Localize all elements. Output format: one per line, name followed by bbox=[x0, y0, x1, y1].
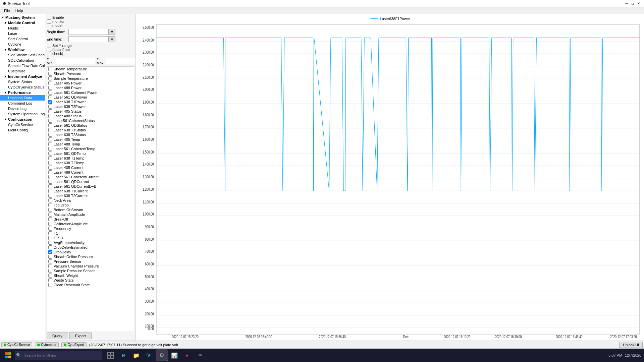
taskbar-app-edge[interactable]: e bbox=[117, 349, 129, 361]
checkbox-laser-405-temp[interactable] bbox=[48, 137, 52, 141]
taskbar-search-input[interactable] bbox=[15, 351, 102, 360]
checkbox-laser-561-qdcurrent[interactable] bbox=[48, 180, 52, 184]
checkbox-item-laser-405-status[interactable]: Laser 405 Status bbox=[47, 109, 134, 114]
checkbox-item-laser-405-current[interactable]: Laser 405 Current bbox=[47, 165, 134, 170]
checkbox-top-drop[interactable] bbox=[48, 203, 52, 207]
checkbox-laser-488-power[interactable] bbox=[48, 86, 52, 90]
checkbox-laser-405-current[interactable] bbox=[48, 166, 52, 170]
checkbox-laser-638-t1temp[interactable] bbox=[48, 156, 52, 160]
checkbox-laser561coherentstatus[interactable] bbox=[48, 119, 52, 123]
checkbox-item-clean-reservoir-state[interactable]: Clean Reservoir State bbox=[47, 283, 134, 287]
checkbox-item-laser-561-qdstatus[interactable]: Laser 561 QDStatus bbox=[47, 123, 134, 128]
checkbox-laser-638-t2current[interactable] bbox=[48, 194, 52, 198]
checkbox-laser-405-status[interactable] bbox=[48, 109, 52, 113]
checkbox-sheath-pressure[interactable] bbox=[48, 72, 52, 76]
sidebar-item-fluidic[interactable]: Fluidic bbox=[0, 25, 45, 31]
y-min-input[interactable]: NaN bbox=[55, 58, 95, 64]
checkbox-item-pressure-sensor[interactable]: Pressure Sensor bbox=[47, 259, 134, 264]
checkbox-dropdelay[interactable] bbox=[48, 250, 52, 254]
checkbox-item-laser-561-coherentcurrent[interactable]: Laser 561 CoherentCurrent bbox=[47, 175, 134, 179]
sidebar-item-sol-calibration[interactable]: SOL Calibration bbox=[0, 58, 45, 63]
checkbox-laser-561-coherenttemp[interactable] bbox=[48, 147, 52, 151]
checkbox-item-sheath-temperature[interactable]: Sheath Temperature bbox=[47, 67, 134, 71]
checkbox-laser-638-t2temp[interactable] bbox=[48, 161, 52, 165]
checkbox-item-laser-405-temp[interactable]: Laser 405 Temp bbox=[47, 137, 134, 142]
enable-monitor-checkbox[interactable] bbox=[47, 19, 51, 24]
checkbox-t1sd[interactable] bbox=[48, 236, 52, 240]
unlock-ui-button[interactable]: Unlock UI bbox=[619, 342, 643, 348]
sidebar-item-customize[interactable]: Customize bbox=[0, 68, 45, 74]
sidebar-item-configuration[interactable]: ▼Configuration bbox=[0, 117, 45, 122]
checkbox-laser-561-qdcurrentdfb[interactable] bbox=[48, 184, 52, 188]
checkbox-item-sheath-online-pressure[interactable]: Sheath Online Pressure bbox=[47, 254, 134, 259]
status-cytoexpert[interactable]: CytoExpert bbox=[61, 342, 86, 347]
checkbox-item-avgstreamvelocity[interactable]: AvgStreamVelocity bbox=[47, 240, 134, 245]
checkbox-laser-488-temp[interactable] bbox=[48, 142, 52, 146]
checkbox-item-calibrationamplitude[interactable]: CalibrationAmplitude bbox=[47, 222, 134, 226]
checkbox-item-laser-561-qdcurrent[interactable]: Laser 561 QDCurrent bbox=[47, 179, 134, 184]
checkbox-item-laser-638-t1power[interactable]: Laser 638 T1Power bbox=[47, 100, 134, 104]
sidebar-item-sort-control[interactable]: Sort Control bbox=[0, 36, 45, 42]
taskbar-app-6[interactable]: ■ bbox=[181, 349, 193, 361]
checkbox-item-laser-638-t1temp[interactable]: Laser 638 T1Temp bbox=[47, 156, 134, 161]
checkbox-breakoff[interactable] bbox=[48, 217, 52, 221]
sidebar-item-mustang-system[interactable]: ▼Mustang System bbox=[0, 15, 45, 20]
checkbox-laser-561-qdstatus[interactable] bbox=[48, 123, 52, 127]
menu-file[interactable]: File bbox=[1, 8, 13, 13]
checkbox-sheath-temperature[interactable] bbox=[48, 67, 52, 71]
checkbox-bottom-of-stream[interactable] bbox=[48, 208, 52, 212]
sidebar-item-laser[interactable]: Laser bbox=[0, 31, 45, 36]
end-time-calendar-button[interactable]: ▼ bbox=[109, 36, 115, 42]
checkbox-item-laser-638-t2current[interactable]: Laser 638 T2Current bbox=[47, 193, 134, 198]
start-button[interactable] bbox=[3, 350, 13, 361]
checkbox-item-laser-561-coherenttemp[interactable]: Laser 561 CoherentTemp bbox=[47, 146, 134, 151]
maximize-button[interactable]: □ bbox=[630, 1, 635, 6]
checkbox-item-laser-561-qdpower[interactable]: Laser 561 QDPower bbox=[47, 95, 134, 100]
checkbox-laser-405-power[interactable] bbox=[48, 81, 52, 85]
checkbox-item-laser-638-t2status[interactable]: Laser 638 T2Status bbox=[47, 132, 134, 137]
checkbox-item-laser-561-qdtemp[interactable]: Laser 561 QDTemp bbox=[47, 151, 134, 156]
checkbox-laser-561-qdtemp[interactable] bbox=[48, 152, 52, 156]
taskbar-app-7[interactable]: ✉ bbox=[194, 349, 206, 361]
checkbox-sample-pressure-sensor[interactable] bbox=[48, 269, 52, 273]
checkbox-item-sheath-pressure[interactable]: Sheath Pressure bbox=[47, 71, 134, 76]
checkbox-item-laser-405-power[interactable]: Laser 405 Power bbox=[47, 81, 134, 85]
checkbox-item-top-drop[interactable]: Top Drop bbox=[47, 203, 134, 207]
checkbox-item-breakoff[interactable]: BreakOff bbox=[47, 217, 134, 222]
checkbox-item-laser-488-temp[interactable]: Laser 488 Temp bbox=[47, 142, 134, 146]
sidebar-item-performance[interactable]: ▼Performance bbox=[0, 90, 45, 95]
begin-time-input[interactable]: 2020/12/07 17:07:05 bbox=[68, 29, 109, 35]
checkbox-item-t1sd[interactable]: T1SD bbox=[47, 236, 134, 240]
checkbox-item-t1[interactable]: T1 bbox=[47, 231, 134, 236]
checkbox-item-laser-488-status[interactable]: Laser 488 Status bbox=[47, 114, 134, 118]
checkbox-laser-638-t1power[interactable] bbox=[48, 100, 52, 104]
sidebar-item-cytoctrservice-status[interactable]: CytoCtrService Status bbox=[0, 84, 45, 90]
checkbox-item-laser-488-power[interactable]: Laser 488 Power bbox=[47, 85, 134, 90]
checkbox-item-dropdelayestimated[interactable]: DropDelayEstimated bbox=[47, 245, 134, 250]
menu-help[interactable]: Help bbox=[13, 8, 26, 13]
checkbox-item-laser-638-t1status[interactable]: Laser 638 T1Status bbox=[47, 128, 134, 132]
taskbar-app-store[interactable]: 🛍 bbox=[143, 349, 155, 361]
close-button[interactable]: ✕ bbox=[636, 1, 641, 6]
checkbox-pressure-sensor[interactable] bbox=[48, 259, 52, 263]
sidebar-item-system-operation-log[interactable]: System Operation Log bbox=[0, 111, 45, 117]
checkbox-sample-temperature[interactable] bbox=[48, 76, 52, 80]
checkbox-laser-638-t1status[interactable] bbox=[48, 128, 52, 132]
checkbox-laser-561-qdpower[interactable] bbox=[48, 95, 52, 99]
taskbar-app-1[interactable] bbox=[105, 349, 117, 361]
checkbox-sheath-weight[interactable] bbox=[48, 274, 52, 278]
checkbox-calibrationamplitude[interactable] bbox=[48, 222, 52, 226]
checkbox-laser-638-t2power[interactable] bbox=[48, 105, 52, 109]
set-y-range-checkbox[interactable] bbox=[47, 48, 51, 52]
checkbox-frequency[interactable] bbox=[48, 227, 52, 231]
checkbox-item-waste-state[interactable]: Waste State bbox=[47, 278, 134, 283]
checkbox-avgstreamvelocity[interactable] bbox=[48, 241, 52, 245]
checkbox-item-sample-pressure-sensor[interactable]: Sample Pressure Sensor bbox=[47, 268, 134, 273]
checkbox-item-vacuum-chamber-pressure[interactable]: Vacuum Chamber Pressure bbox=[47, 264, 134, 268]
checkbox-item-dropdelay[interactable]: DropDelay bbox=[47, 250, 134, 254]
checkbox-item-laser-638-t1current[interactable]: Laser 638 T1Current bbox=[47, 189, 134, 193]
checkbox-item-sheath-weight[interactable]: Sheath Weight bbox=[47, 273, 134, 278]
checkbox-item-laser-638-t2power[interactable]: Laser 638 T2Power bbox=[47, 104, 134, 109]
export-button[interactable]: Export bbox=[69, 333, 92, 339]
checkbox-item-maintain-amplitude[interactable]: Maintain Amplitude bbox=[47, 212, 134, 217]
